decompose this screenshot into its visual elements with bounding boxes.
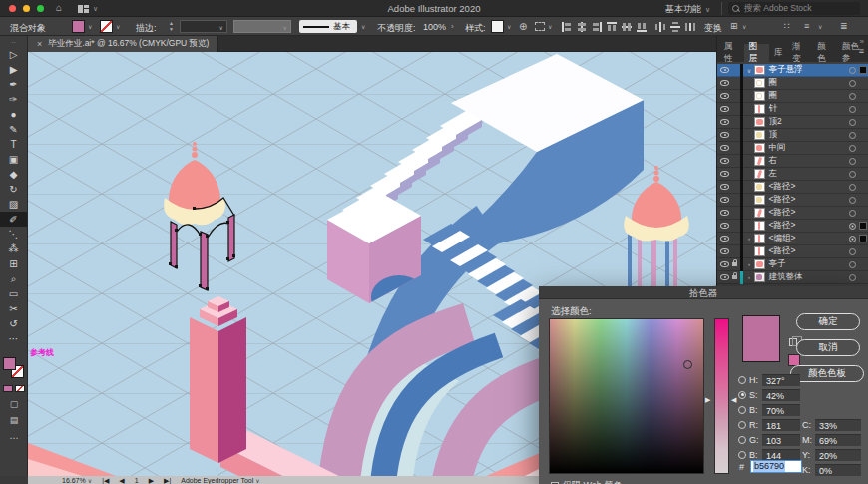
stock-search-input[interactable]: 搜索 Adobe Stock — [728, 2, 860, 15]
target-circle[interactable] — [849, 171, 856, 178]
fill-chevron-icon[interactable]: ∨ — [88, 23, 92, 30]
more-tools-icon[interactable]: ⋯ — [0, 433, 28, 443]
align-right-icon[interactable] — [591, 21, 603, 33]
visibility-eye-icon[interactable] — [720, 80, 729, 86]
field-value[interactable]: 103 — [762, 434, 800, 446]
target-circle[interactable] — [849, 145, 856, 152]
dialog-title[interactable]: 拾色器 — [539, 286, 868, 299]
mini-none-swatch[interactable] — [15, 385, 25, 392]
home-icon[interactable]: ⌂ — [56, 2, 62, 13]
panel-tab-渐变[interactable]: 渐变 — [787, 44, 812, 62]
layer-row[interactable]: <路径> — [717, 207, 868, 220]
rotate-tool[interactable]: ↻ — [0, 182, 27, 197]
artboard-nav-prev[interactable]: ◀ — [119, 477, 124, 484]
close-icon[interactable]: × — [37, 39, 42, 49]
layer-name[interactable]: 针 — [769, 103, 778, 115]
lock-icon[interactable] — [732, 262, 737, 266]
blend-tool[interactable]: ⋱ — [0, 227, 27, 242]
radio-G[interactable] — [738, 436, 746, 444]
target-circle[interactable] — [849, 80, 856, 87]
layer-row[interactable]: <路径> — [717, 245, 868, 258]
brush-chevron-icon[interactable]: ∨ — [361, 23, 365, 30]
slider-arrow-left-icon[interactable]: ▶ — [705, 396, 710, 403]
layer-row[interactable]: 顶 — [717, 129, 868, 142]
target-circle[interactable] — [849, 274, 856, 281]
eyedropper-tool[interactable]: ✐ — [0, 212, 27, 227]
layer-name[interactable]: 中间 — [769, 142, 786, 154]
layer-name[interactable]: 亭子 — [769, 258, 786, 270]
layer-row[interactable]: 中间 — [717, 142, 868, 155]
target-circle[interactable] — [849, 197, 856, 204]
layer-row[interactable]: <路径> — [717, 194, 868, 207]
document-tab[interactable]: × 毕业作业.ai* @ 16.67% (CMYK/GPU 预览) — [28, 36, 218, 52]
layer-name[interactable]: <路径> — [769, 245, 796, 257]
direct-selection-tool[interactable]: ▶ — [0, 62, 27, 77]
align-left-icon[interactable] — [561, 21, 573, 33]
opacity-value[interactable]: 100% — [423, 22, 446, 32]
target-circle[interactable] — [849, 158, 856, 165]
color-none-mini-swatches[interactable] — [3, 385, 25, 393]
expand-chevron-icon[interactable]: ∨ — [745, 67, 754, 74]
distribute-horizontal-icon[interactable] — [654, 21, 666, 33]
layer-row[interactable]: 左 — [717, 168, 868, 181]
target-circle[interactable] — [849, 106, 856, 113]
pen-tool[interactable]: ✒ — [0, 77, 27, 92]
slider-arrow-right-icon[interactable]: ◀ — [731, 396, 736, 403]
layer-row[interactable]: 圈 — [717, 77, 868, 90]
select-similar-chevron-icon[interactable]: ∨ — [548, 23, 552, 30]
panel-menu-icon[interactable]: ≡ — [859, 46, 864, 56]
layout-chevron-icon[interactable]: ∨ — [93, 5, 98, 13]
field-value[interactable]: 144 — [762, 449, 800, 461]
radio-S[interactable] — [738, 391, 746, 399]
hex-input[interactable]: b56790 — [750, 460, 802, 473]
gradient-tool[interactable]: ▨ — [0, 197, 27, 212]
visibility-eye-icon[interactable] — [720, 158, 729, 164]
select-similar-icon[interactable] — [535, 22, 545, 31]
window-close-button[interactable] — [9, 5, 16, 12]
edit-toolbar[interactable]: ⋯ — [0, 331, 27, 346]
layer-row[interactable]: ›亭子 — [717, 258, 868, 271]
transform-chevron-icon[interactable]: ∨ — [742, 23, 746, 30]
align-middle-icon[interactable] — [621, 21, 633, 33]
expand-chevron-icon[interactable]: › — [745, 274, 754, 280]
radio-B[interactable] — [738, 451, 746, 459]
layer-row[interactable]: <路径> — [717, 220, 868, 233]
distribute-vertical-icon[interactable] — [669, 21, 681, 33]
fill-color-swatch[interactable] — [72, 20, 85, 33]
ellipse-tool[interactable]: ● — [0, 107, 27, 122]
layer-row[interactable]: ›<编组> — [717, 233, 868, 245]
field-value[interactable]: 181 — [762, 419, 800, 431]
visibility-eye-icon[interactable] — [720, 274, 729, 280]
layer-name[interactable]: <路径> — [769, 220, 796, 232]
visibility-eye-icon[interactable] — [720, 248, 729, 254]
transform-label[interactable]: 变换 — [704, 22, 722, 35]
color-field-marker[interactable] — [683, 360, 692, 369]
field-value[interactable]: 33% — [815, 419, 861, 431]
target-circle[interactable] — [849, 236, 856, 242]
visibility-eye-icon[interactable] — [720, 93, 729, 99]
artboard-nav-first[interactable]: |◀ — [102, 477, 109, 484]
visibility-eye-icon[interactable] — [720, 261, 729, 267]
visibility-eye-icon[interactable] — [720, 236, 729, 242]
visibility-eye-icon[interactable] — [720, 210, 729, 216]
radio-H[interactable] — [738, 376, 746, 384]
panel-tab-颜色[interactable]: 颜色 — [812, 44, 837, 62]
color-field[interactable] — [549, 318, 704, 474]
cancel-button[interactable]: 取消 — [796, 339, 860, 356]
style-swatch[interactable] — [491, 20, 504, 33]
zoom-level[interactable]: 16.67%∨ — [62, 477, 92, 484]
shape-builder-tool[interactable]: ▣ — [0, 152, 27, 167]
layer-name[interactable]: <路径> — [769, 207, 796, 219]
stroke-weight-dropdown[interactable]: ∨ — [180, 20, 227, 33]
brush-definition-dropdown[interactable]: 基本 — [299, 20, 357, 33]
web-only-checkbox[interactable]: 仅限 Web 颜色 — [551, 479, 622, 484]
artboard-tool[interactable]: ▭ — [0, 286, 27, 301]
workspace-switcher[interactable]: 基本功能∨ — [665, 3, 710, 16]
align-center-icon[interactable] — [576, 21, 588, 33]
layout-icon[interactable] — [78, 5, 89, 13]
field-value[interactable]: 327° — [762, 374, 800, 386]
radio-B[interactable] — [738, 406, 746, 414]
eraser-tool[interactable]: ◆ — [0, 167, 27, 182]
window-zoom-button[interactable] — [37, 5, 44, 12]
target-circle[interactable] — [849, 223, 856, 230]
